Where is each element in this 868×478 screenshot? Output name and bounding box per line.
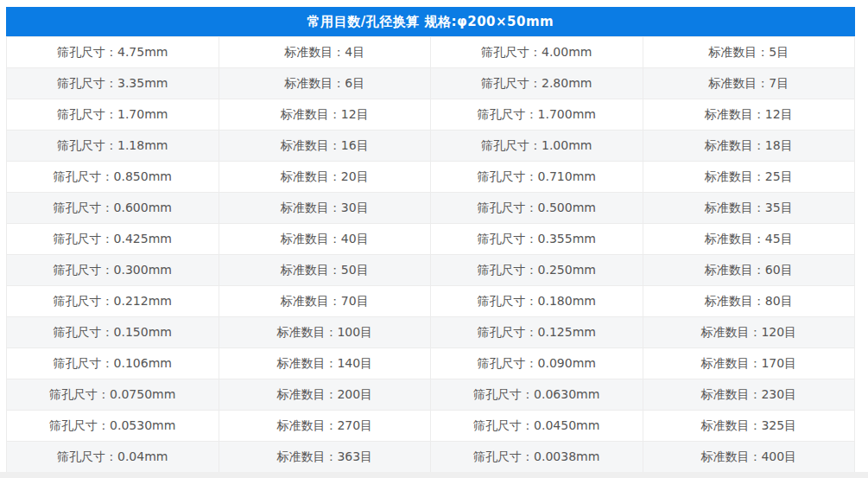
cell-value: 0.500mm [538, 201, 596, 214]
mesh-count-cell: 标准数目：70目 [219, 286, 431, 317]
cell-value: 4.00mm [542, 45, 592, 59]
cell-label: 筛孔尺寸： [57, 449, 117, 463]
cell-label: 筛孔尺寸： [54, 263, 114, 277]
cell-value: 0.180mm [538, 294, 596, 308]
cell-label: 筛孔尺寸： [473, 449, 534, 463]
cell-value: 1.18mm [117, 138, 168, 152]
sieve-size-cell: 筛孔尺寸：0.0750mm [7, 379, 219, 411]
cell-value: 0.710mm [538, 169, 596, 183]
cell-label: 筛孔尺寸： [54, 201, 114, 214]
cell-label: 筛孔尺寸： [478, 356, 538, 370]
sieve-size-cell: 筛孔尺寸：2.80mm [431, 68, 643, 99]
mesh-count-cell: 标准数目：200目 [219, 379, 431, 411]
mesh-count-cell: 标准数目：12目 [643, 99, 855, 131]
mesh-count-cell: 标准数目：325目 [643, 411, 855, 442]
cell-label: 标准数目： [705, 232, 765, 245]
cell-value: 0.250mm [538, 263, 596, 277]
sieve-size-cell: 筛孔尺寸：0.125mm [431, 317, 643, 348]
cell-label: 筛孔尺寸： [57, 45, 117, 59]
sieve-size-cell: 筛孔尺寸：0.300mm [7, 255, 219, 286]
table-row: 筛孔尺寸：0.300mm标准数目：50目筛孔尺寸：0.250mm标准数目：60目 [7, 255, 855, 286]
cell-label: 筛孔尺寸： [57, 76, 117, 90]
mesh-count-cell: 标准数目：170目 [643, 348, 855, 379]
cell-value: 0.0038mm [534, 449, 599, 463]
cell-label: 标准数目： [281, 232, 341, 245]
table-title: 常用目数/孔径换算 规格:φ200×50mm [307, 14, 554, 30]
cell-value: 400目 [761, 449, 796, 463]
cell-value: 80目 [765, 294, 793, 308]
mesh-count-cell: 标准数目：16目 [219, 131, 431, 162]
sieve-size-cell: 筛孔尺寸：0.106mm [7, 348, 219, 379]
conversion-table-body: 筛孔尺寸：4.75mm标准数目：4目筛孔尺寸：4.00mm标准数目：5目筛孔尺寸… [7, 37, 855, 478]
sieve-size-cell: 筛孔尺寸：0.425mm [7, 224, 219, 255]
cell-value: 270目 [337, 418, 372, 432]
sieve-size-cell: 筛孔尺寸：0.0450mm [431, 411, 643, 442]
conversion-table: 常用目数/孔径换算 规格:φ200×50mm 筛孔尺寸：4.75mm标准数目：4… [6, 7, 855, 478]
mesh-count-cell: 标准数目：4目 [219, 37, 431, 68]
table-row: 筛孔尺寸：0.600mm标准数目：30目筛孔尺寸：0.500mm标准数目：35目 [7, 193, 855, 224]
cell-value: 0.425mm [114, 232, 172, 245]
sieve-size-cell: 筛孔尺寸：0.180mm [431, 286, 643, 317]
sieve-size-cell: 筛孔尺寸：1.70mm [7, 99, 219, 131]
table-row: 筛孔尺寸：3.35mm标准数目：6目筛孔尺寸：2.80mm标准数目：7目 [7, 68, 855, 99]
cell-label: 标准数目： [708, 45, 769, 59]
cell-label: 标准数目： [284, 45, 345, 59]
cell-value: 363目 [337, 449, 372, 463]
mesh-count-cell: 标准数目：400目 [643, 442, 855, 473]
cell-value: 1.00mm [542, 138, 592, 152]
cell-label: 标准数目： [284, 76, 345, 90]
cell-label: 筛孔尺寸： [481, 138, 542, 152]
table-row: 筛孔尺寸：0.0750mm标准数目：200目筛孔尺寸：0.0630mm标准数目：… [7, 379, 855, 411]
cell-label: 标准数目： [281, 169, 341, 183]
mesh-count-cell: 标准数目：45目 [643, 224, 855, 255]
table-row: 筛孔尺寸：4.75mm标准数目：4目筛孔尺寸：4.00mm标准数目：5目 [7, 37, 855, 68]
cell-label: 筛孔尺寸： [49, 418, 110, 432]
mesh-count-cell: 标准数目：25目 [643, 162, 855, 193]
cell-label: 筛孔尺寸： [57, 138, 117, 152]
cell-label: 筛孔尺寸： [57, 107, 117, 121]
mesh-count-cell: 标准数目：120目 [643, 317, 855, 348]
cell-label: 标准数目： [705, 294, 765, 308]
mesh-conversion-page: 常用目数/孔径换算 规格:φ200×50mm 筛孔尺寸：4.75mm标准数目：4… [0, 0, 868, 478]
cell-value: 2.80mm [542, 76, 592, 90]
cell-label: 标准数目： [700, 325, 761, 339]
cell-value: 4目 [345, 45, 364, 59]
mesh-count-cell: 标准数目：270目 [219, 411, 431, 442]
sieve-size-cell: 筛孔尺寸：4.00mm [431, 37, 643, 68]
page-bottom-strip [0, 472, 868, 478]
table-row: 筛孔尺寸：0.850mm标准数目：20目筛孔尺寸：0.710mm标准数目：25目 [7, 162, 855, 193]
mesh-count-cell: 标准数目：60目 [643, 255, 855, 286]
cell-label: 筛孔尺寸： [478, 232, 538, 245]
sieve-size-cell: 筛孔尺寸：0.710mm [431, 162, 643, 193]
mesh-count-cell: 标准数目：12目 [219, 99, 431, 131]
cell-value: 140目 [337, 356, 372, 370]
cell-value: 0.600mm [114, 201, 172, 214]
mesh-count-cell: 标准数目：20目 [219, 162, 431, 193]
cell-label: 筛孔尺寸： [473, 387, 534, 401]
cell-label: 筛孔尺寸： [478, 169, 538, 183]
mesh-count-cell: 标准数目：7目 [643, 68, 855, 99]
cell-value: 1.70mm [117, 107, 168, 121]
cell-value: 0.300mm [114, 263, 172, 277]
cell-value: 200目 [337, 387, 372, 401]
cell-label: 标准数目： [281, 294, 341, 308]
sieve-size-cell: 筛孔尺寸：0.090mm [431, 348, 643, 379]
cell-label: 标准数目： [276, 325, 337, 339]
cell-value: 170目 [761, 356, 796, 370]
mesh-count-cell: 标准数目：5目 [643, 37, 855, 68]
cell-value: 45目 [765, 232, 793, 245]
cell-label: 筛孔尺寸： [478, 294, 538, 308]
cell-value: 70目 [341, 294, 369, 308]
sieve-size-cell: 筛孔尺寸：0.0530mm [7, 411, 219, 442]
sieve-size-cell: 筛孔尺寸：1.700mm [431, 99, 643, 131]
cell-value: 0.355mm [538, 232, 596, 245]
sieve-size-cell: 筛孔尺寸：0.0038mm [431, 442, 643, 473]
cell-value: 20目 [341, 169, 369, 183]
cell-label: 标准数目： [281, 201, 341, 214]
cell-label: 筛孔尺寸： [481, 45, 542, 59]
cell-label: 标准数目： [708, 76, 769, 90]
cell-value: 18目 [765, 138, 793, 152]
cell-label: 标准数目： [700, 418, 761, 432]
cell-label: 标准数目： [705, 138, 765, 152]
cell-value: 3.35mm [117, 76, 168, 90]
